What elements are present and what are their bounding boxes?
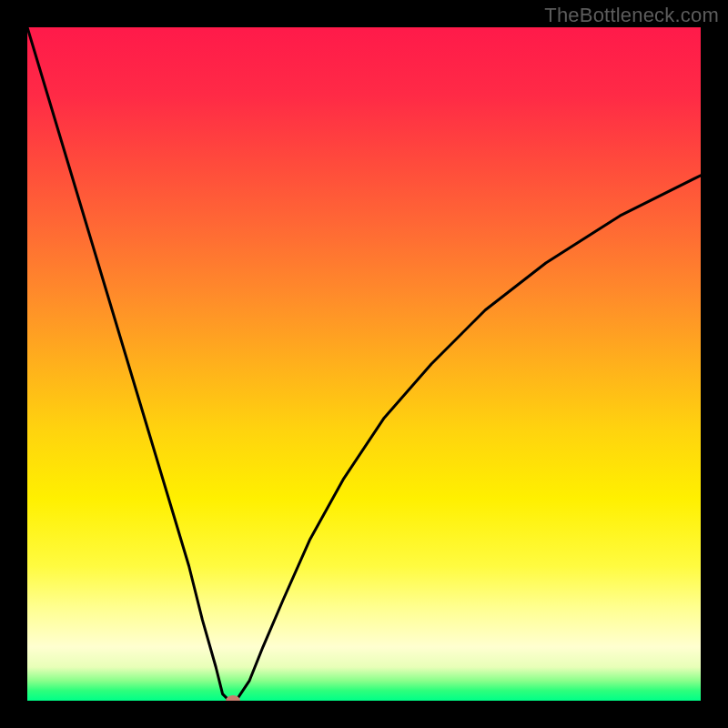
plot-area: [27, 27, 701, 701]
bottleneck-curve: [27, 27, 701, 701]
watermark-text: TheBottleneck.com: [544, 4, 719, 27]
optimal-point-marker: [226, 695, 240, 701]
chart-frame: TheBottleneck.com: [0, 0, 728, 728]
